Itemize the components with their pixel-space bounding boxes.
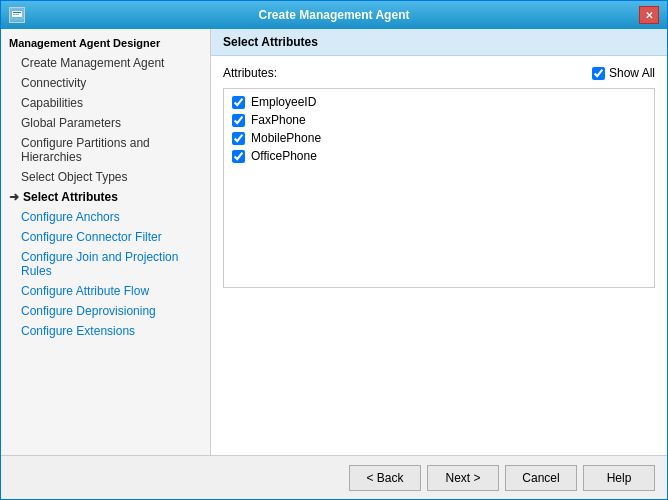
help-button[interactable]: Help: [583, 465, 655, 491]
title-bar: Create Management Agent ✕: [1, 1, 667, 29]
title-bar-controls: ✕: [639, 6, 659, 24]
attribute-item-officephone: OfficePhone: [228, 147, 650, 165]
sidebar: Management Agent Designer Create Managem…: [1, 29, 211, 455]
attributes-area: Attributes: Show All EmployeeID FaxPhone: [211, 56, 667, 455]
sidebar-item-join-projection[interactable]: Configure Join and Projection Rules: [1, 247, 210, 281]
attribute-item-faxphone: FaxPhone: [228, 111, 650, 129]
svg-rect-2: [13, 12, 21, 13]
next-button[interactable]: Next >: [427, 465, 499, 491]
attribute-label-employeeid: EmployeeID: [251, 95, 316, 109]
main-content: Select Attributes Attributes: Show All E…: [211, 29, 667, 455]
attribute-item-mobilephone: MobilePhone: [228, 129, 650, 147]
attribute-item-employeeid: EmployeeID: [228, 93, 650, 111]
sidebar-item-connectivity[interactable]: Connectivity: [1, 73, 210, 93]
sidebar-item-select-attributes[interactable]: Select Attributes: [1, 187, 210, 207]
sidebar-item-global-params[interactable]: Global Parameters: [1, 113, 210, 133]
attributes-header: Attributes: Show All: [223, 66, 655, 80]
sidebar-header: Management Agent Designer: [1, 33, 210, 53]
back-button[interactable]: < Back: [349, 465, 421, 491]
sidebar-item-attribute-flow[interactable]: Configure Attribute Flow: [1, 281, 210, 301]
sidebar-item-configure-anchors[interactable]: Configure Anchors: [1, 207, 210, 227]
attribute-list: EmployeeID FaxPhone MobilePhone OfficePh…: [223, 88, 655, 288]
attribute-checkbox-officephone[interactable]: [232, 150, 245, 163]
window-title: Create Management Agent: [0, 8, 668, 22]
sidebar-item-deprovisioning[interactable]: Configure Deprovisioning: [1, 301, 210, 321]
content-area: Management Agent Designer Create Managem…: [1, 29, 667, 455]
app-icon: [9, 7, 25, 23]
attribute-label-mobilephone: MobilePhone: [251, 131, 321, 145]
sidebar-item-configure-partitions[interactable]: Configure Partitions and Hierarchies: [1, 133, 210, 167]
main-section-header: Select Attributes: [211, 29, 667, 56]
cancel-button[interactable]: Cancel: [505, 465, 577, 491]
attributes-label: Attributes:: [223, 66, 277, 80]
attribute-label-faxphone: FaxPhone: [251, 113, 306, 127]
attribute-label-officephone: OfficePhone: [251, 149, 317, 163]
main-window: Create Management Agent ✕ Management Age…: [0, 0, 668, 500]
show-all-group: Show All: [592, 66, 655, 80]
show-all-checkbox[interactable]: [592, 67, 605, 80]
svg-rect-3: [13, 14, 19, 15]
attribute-checkbox-faxphone[interactable]: [232, 114, 245, 127]
sidebar-item-connector-filter[interactable]: Configure Connector Filter: [1, 227, 210, 247]
title-bar-left: [9, 7, 25, 23]
footer: < Back Next > Cancel Help: [1, 455, 667, 499]
attribute-checkbox-mobilephone[interactable]: [232, 132, 245, 145]
sidebar-item-create[interactable]: Create Management Agent: [1, 53, 210, 73]
sidebar-item-capabilities[interactable]: Capabilities: [1, 93, 210, 113]
show-all-label: Show All: [609, 66, 655, 80]
attribute-checkbox-employeeid[interactable]: [232, 96, 245, 109]
sidebar-item-extensions[interactable]: Configure Extensions: [1, 321, 210, 341]
close-button[interactable]: ✕: [639, 6, 659, 24]
sidebar-item-select-object[interactable]: Select Object Types: [1, 167, 210, 187]
